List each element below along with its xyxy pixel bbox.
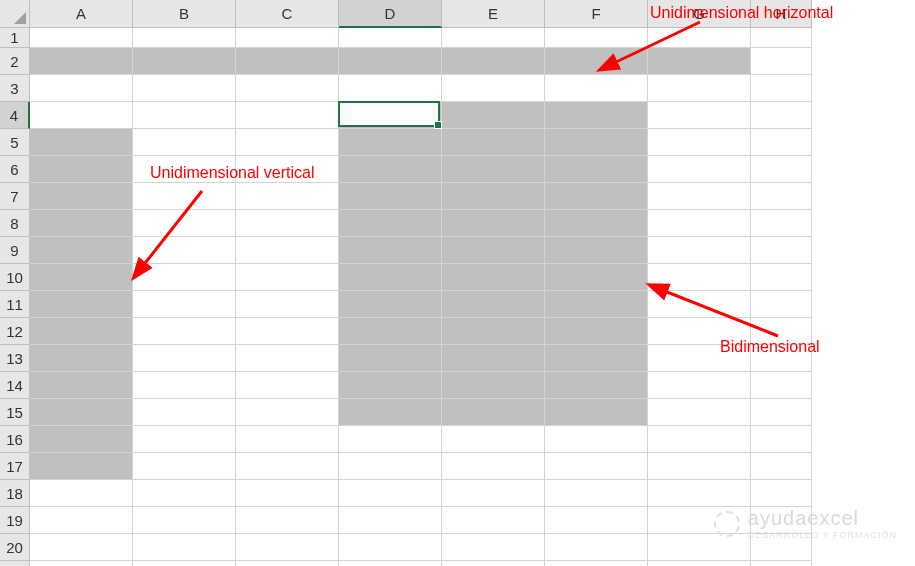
cell-A5[interactable] [30, 129, 133, 156]
cell-G11[interactable] [648, 291, 751, 318]
row-header-5[interactable]: 5 [0, 129, 30, 156]
cell-C15[interactable] [236, 399, 339, 426]
row-header-19[interactable]: 19 [0, 507, 30, 534]
cell-C9[interactable] [236, 237, 339, 264]
cell-G17[interactable] [648, 453, 751, 480]
cell-G5[interactable] [648, 129, 751, 156]
cell-A9[interactable] [30, 237, 133, 264]
cell-C8[interactable] [236, 210, 339, 237]
cell-D5[interactable] [339, 129, 442, 156]
cell-H1[interactable] [751, 28, 812, 48]
cell-C18[interactable] [236, 480, 339, 507]
row-header-18[interactable]: 18 [0, 480, 30, 507]
cell-E21[interactable] [442, 561, 545, 566]
col-header-E[interactable]: E [442, 0, 545, 28]
cell-D20[interactable] [339, 534, 442, 561]
cell-B1[interactable] [133, 28, 236, 48]
cell-B15[interactable] [133, 399, 236, 426]
cell-H6[interactable] [751, 156, 812, 183]
cell-F10[interactable] [545, 264, 648, 291]
cell-E18[interactable] [442, 480, 545, 507]
row-header-15[interactable]: 15 [0, 399, 30, 426]
cell-B19[interactable] [133, 507, 236, 534]
cell-C4[interactable] [236, 102, 339, 129]
cell-G15[interactable] [648, 399, 751, 426]
row-header-3[interactable]: 3 [0, 75, 30, 102]
cell-F8[interactable] [545, 210, 648, 237]
row-header-8[interactable]: 8 [0, 210, 30, 237]
cell-A6[interactable] [30, 156, 133, 183]
cell-D15[interactable] [339, 399, 442, 426]
cell-B21[interactable] [133, 561, 236, 566]
cell-H16[interactable] [751, 426, 812, 453]
cell-B3[interactable] [133, 75, 236, 102]
cell-F9[interactable] [545, 237, 648, 264]
cell-B17[interactable] [133, 453, 236, 480]
cell-F18[interactable] [545, 480, 648, 507]
cell-E2[interactable] [442, 48, 545, 75]
cell-A21[interactable] [30, 561, 133, 566]
cell-G8[interactable] [648, 210, 751, 237]
cell-H5[interactable] [751, 129, 812, 156]
cell-E15[interactable] [442, 399, 545, 426]
cell-F11[interactable] [545, 291, 648, 318]
cell-C6[interactable] [236, 156, 339, 183]
cell-G16[interactable] [648, 426, 751, 453]
cell-B12[interactable] [133, 318, 236, 345]
cell-B13[interactable] [133, 345, 236, 372]
cell-G14[interactable] [648, 372, 751, 399]
cell-F3[interactable] [545, 75, 648, 102]
cell-E17[interactable] [442, 453, 545, 480]
cell-D13[interactable] [339, 345, 442, 372]
cell-H10[interactable] [751, 264, 812, 291]
cell-B6[interactable] [133, 156, 236, 183]
col-header-F[interactable]: F [545, 0, 648, 28]
cell-H18[interactable] [751, 480, 812, 507]
cell-B5[interactable] [133, 129, 236, 156]
cell-E11[interactable] [442, 291, 545, 318]
cell-A1[interactable] [30, 28, 133, 48]
cell-E1[interactable] [442, 28, 545, 48]
cell-A17[interactable] [30, 453, 133, 480]
row-header-17[interactable]: 17 [0, 453, 30, 480]
cell-E6[interactable] [442, 156, 545, 183]
col-header-C[interactable]: C [236, 0, 339, 28]
cell-F17[interactable] [545, 453, 648, 480]
cell-B20[interactable] [133, 534, 236, 561]
cell-D6[interactable] [339, 156, 442, 183]
cell-H12[interactable] [751, 318, 812, 345]
cell-D18[interactable] [339, 480, 442, 507]
cell-A4[interactable] [30, 102, 133, 129]
row-header-11[interactable]: 11 [0, 291, 30, 318]
col-header-G[interactable]: G [648, 0, 751, 28]
cell-A18[interactable] [30, 480, 133, 507]
cell-E10[interactable] [442, 264, 545, 291]
cell-B18[interactable] [133, 480, 236, 507]
cell-B11[interactable] [133, 291, 236, 318]
cell-G1[interactable] [648, 28, 751, 48]
cell-C1[interactable] [236, 28, 339, 48]
cell-E7[interactable] [442, 183, 545, 210]
col-header-B[interactable]: B [133, 0, 236, 28]
cell-B8[interactable] [133, 210, 236, 237]
row-header-2[interactable]: 2 [0, 48, 30, 75]
row-header-12[interactable]: 12 [0, 318, 30, 345]
cell-D12[interactable] [339, 318, 442, 345]
row-header-10[interactable]: 10 [0, 264, 30, 291]
cell-B10[interactable] [133, 264, 236, 291]
cell-B9[interactable] [133, 237, 236, 264]
cell-H17[interactable] [751, 453, 812, 480]
cell-H4[interactable] [751, 102, 812, 129]
select-all-corner[interactable] [0, 0, 30, 28]
cell-D19[interactable] [339, 507, 442, 534]
cell-G6[interactable] [648, 156, 751, 183]
cell-G2[interactable] [648, 48, 751, 75]
cell-H13[interactable] [751, 345, 812, 372]
row-header-4[interactable]: 4 [0, 102, 30, 129]
cell-D7[interactable] [339, 183, 442, 210]
cell-D2[interactable] [339, 48, 442, 75]
cell-A20[interactable] [30, 534, 133, 561]
cell-C11[interactable] [236, 291, 339, 318]
col-header-H[interactable]: H [751, 0, 812, 28]
cell-A11[interactable] [30, 291, 133, 318]
